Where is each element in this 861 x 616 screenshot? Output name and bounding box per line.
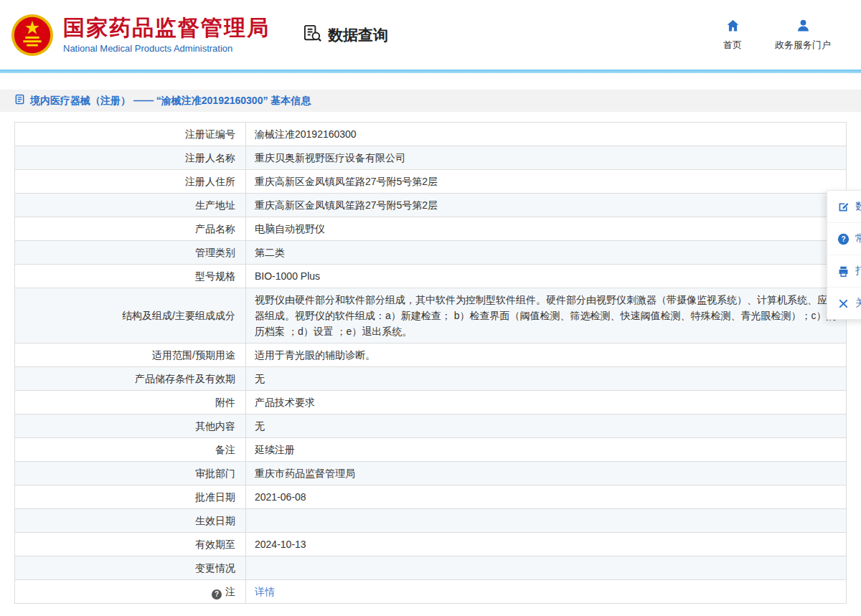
user-icon (796, 18, 811, 35)
row-value (246, 509, 847, 533)
table-row: 批准日期2021-06-08 (15, 485, 847, 509)
table-row: 生产地址重庆高新区金凤镇凤笙路27号附5号第2层 (15, 194, 847, 217)
table-row: 备注延续注册 (15, 438, 847, 462)
row-label: 产品储存条件及有效期 (15, 367, 246, 391)
national-emblem-logo (10, 13, 55, 57)
section-title-label: 数据查询 (328, 25, 388, 45)
row-value: 2021-06-08 (246, 485, 847, 509)
table-row: 注册证编号渝械注准20192160300 (15, 123, 847, 146)
table-row: ?注详情 (15, 580, 847, 604)
panel-item-close[interactable]: 关 (827, 288, 861, 319)
row-label: 适用范围/预期用途 (15, 343, 246, 367)
panel-item-label: 打 (855, 265, 861, 278)
panel-item-label: 关 (855, 297, 861, 310)
table-row: 型号规格BIO-1000 Plus (15, 265, 847, 288)
row-value: 重庆贝奥新视野医疗设备有限公司 (246, 146, 847, 170)
registration-info: 注册证编号渝械注准20192160300注册人名称重庆贝奥新视野医疗设备有限公司… (14, 122, 847, 604)
row-label: 型号规格 (15, 265, 246, 288)
row-value: 重庆市药品监督管理局 (246, 462, 847, 485)
breadcrumb: 境内医疗器械（注册） —— “渝械注准20192160300” 基本信息 (0, 90, 861, 112)
info-table: 注册证编号渝械注准20192160300注册人名称重庆贝奥新视野医疗设备有限公司… (14, 122, 847, 604)
panel-item-label: 数 (855, 200, 861, 213)
document-icon (14, 94, 25, 108)
table-row: 产品名称电脑自动视野仪 (15, 217, 847, 241)
row-label: 变更情况 (15, 556, 246, 580)
table-row: 注册人名称重庆贝奥新视野医疗设备有限公司 (15, 146, 847, 170)
row-label: 注册人名称 (15, 146, 246, 170)
nav-portal-label: 政务服务门户 (775, 39, 831, 52)
printer-icon (837, 265, 850, 278)
panel-item-label: 常 (855, 232, 861, 245)
row-value: 电脑自动视野仪 (246, 217, 847, 241)
table-row: 管理类别第二类 (15, 241, 847, 265)
table-row: 附件产品技术要求 (15, 391, 847, 414)
row-value (246, 556, 847, 580)
table-row: 变更情况 (15, 556, 847, 580)
header-nav: 首页 政务服务门户 (723, 18, 831, 52)
row-value: 产品技术要求 (246, 391, 847, 414)
table-row: 适用范围/预期用途适用于青光眼的辅助诊断。 (15, 343, 847, 367)
row-label: 审批部门 (15, 462, 246, 485)
home-icon (725, 18, 740, 35)
nav-home-label: 首页 (723, 39, 742, 52)
row-label: 备注 (15, 438, 246, 462)
row-label: 产品名称 (15, 217, 246, 241)
row-value: 延续注册 (246, 438, 847, 462)
row-value: 适用于青光眼的辅助诊断。 (246, 343, 847, 367)
row-value: 详情 (246, 580, 847, 604)
row-value: 渝械注准20192160300 (246, 123, 847, 146)
panel-item-faq[interactable]: ?常 (827, 223, 861, 255)
row-value: 重庆高新区金凤镇凤笙路27号附5号第2层 (246, 194, 847, 217)
data-query-icon (303, 24, 322, 47)
org-name: 国家药品监督管理局 National Medical Products Admi… (63, 16, 270, 54)
row-label: 结构及组成/主要组成成分 (15, 288, 246, 343)
nav-home[interactable]: 首页 (723, 18, 742, 52)
note-icon: ? (212, 589, 222, 600)
nmpa-logo-link[interactable]: 国家药品监督管理局 National Medical Products Admi… (10, 13, 270, 57)
svg-text:?: ? (841, 234, 845, 242)
row-label: 其他内容 (15, 414, 246, 438)
nav-portal[interactable]: 政务服务门户 (775, 18, 831, 52)
row-value: 重庆高新区金凤镇凤笙路27号附5号第2层 (246, 170, 847, 194)
row-label: ?注 (15, 580, 246, 604)
org-name-cn: 国家药品监督管理局 (63, 16, 270, 41)
close-icon (837, 298, 850, 310)
table-row: 审批部门重庆市药品监督管理局 (15, 462, 847, 485)
org-name-en: National Medical Products Administration (63, 43, 270, 54)
row-label: 生效日期 (15, 509, 246, 533)
row-label: 管理类别 (15, 241, 246, 265)
row-label: 附件 (15, 391, 246, 414)
table-row: 产品储存条件及有效期无 (15, 367, 847, 391)
question-icon: ? (837, 233, 850, 245)
row-label: 有效期至 (15, 533, 246, 556)
row-label: 批准日期 (15, 485, 246, 509)
table-row: 其他内容无 (15, 414, 847, 438)
info-table-body: 注册证编号渝械注准20192160300注册人名称重庆贝奥新视野医疗设备有限公司… (15, 123, 847, 604)
section-title: 数据查询 (303, 24, 388, 47)
details-link[interactable]: 详情 (255, 586, 275, 597)
header: 国家药品监督管理局 National Medical Products Admi… (0, 0, 861, 70)
row-value: 无 (246, 414, 847, 438)
row-value: 无 (246, 367, 847, 391)
table-row: 生效日期 (15, 509, 847, 533)
table-row: 结构及组成/主要组成成分视野仪由硬件部分和软件部分组成，其中软件为控制型软件组件… (15, 288, 847, 343)
row-label: 注册人住所 (15, 170, 246, 194)
top-divider-bar (0, 70, 861, 73)
edit-icon (837, 201, 850, 213)
row-label: 生产地址 (15, 194, 246, 217)
row-value: 第二类 (246, 241, 847, 265)
row-label: 注册证编号 (15, 123, 246, 146)
side-panel: 数?常打关 (827, 190, 861, 320)
row-value: BIO-1000 Plus (246, 265, 847, 288)
breadcrumb-title: 境内医疗器械（注册） —— “渝械注准20192160300” 基本信息 (30, 95, 311, 108)
panel-item-data-query[interactable]: 数 (827, 191, 861, 223)
table-row: 有效期至2024-10-13 (15, 533, 847, 556)
panel-item-print[interactable]: 打 (827, 255, 861, 288)
row-value: 视野仪由硬件部分和软件部分组成，其中软件为控制型软件组件。硬件部分由视野仪刺激器… (246, 288, 847, 343)
row-value: 2024-10-13 (246, 533, 847, 556)
table-row: 注册人住所重庆高新区金凤镇凤笙路27号附5号第2层 (15, 170, 847, 194)
